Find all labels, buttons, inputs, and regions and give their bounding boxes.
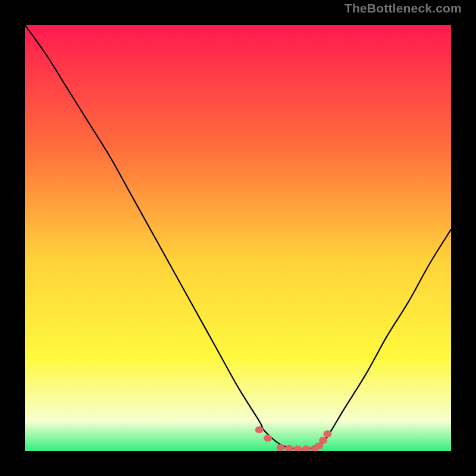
chart-frame [12,12,464,464]
curve-marker [285,445,293,451]
curve-marker [302,445,311,451]
curve-marker [293,445,302,451]
bottleneck-curve [25,25,451,451]
watermark-text: TheBottleneck.com [345,1,462,15]
curve-marker [319,437,327,444]
plot-area [25,25,451,451]
curve-marker [323,430,331,437]
curve-marker [255,426,264,433]
curve-marker [264,435,272,442]
curve-marker [277,444,285,451]
